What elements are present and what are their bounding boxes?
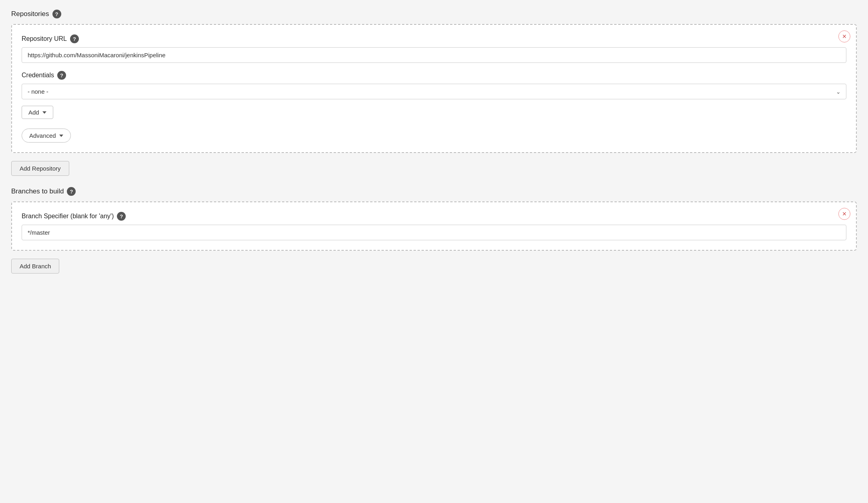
branches-section: Branches to build ? × Branch Specifier (… xyxy=(11,187,857,285)
repositories-section: Repositories ? × Repository URL ? Creden… xyxy=(11,10,857,187)
advanced-button[interactable]: Advanced xyxy=(22,129,71,143)
close-repository-button[interactable]: × xyxy=(838,30,850,42)
branches-label: Branches to build ? xyxy=(11,187,857,196)
credentials-select-wrapper: - none - ⌄ xyxy=(22,84,846,99)
repository-url-help-icon[interactable]: ? xyxy=(70,34,79,43)
branches-title: Branches to build xyxy=(11,187,64,195)
credentials-select[interactable]: - none - xyxy=(22,84,846,99)
add-button-label: Add xyxy=(28,109,39,116)
branch-specifier-input[interactable] xyxy=(22,225,846,240)
add-branch-label: Add Branch xyxy=(20,263,51,270)
repository-url-input[interactable] xyxy=(22,47,846,63)
repositories-title: Repositories xyxy=(11,10,49,18)
close-branch-icon: × xyxy=(842,210,847,217)
close-branch-button[interactable]: × xyxy=(838,208,850,220)
repository-box: × Repository URL ? Credentials ? - none … xyxy=(11,24,857,153)
advanced-button-label: Advanced xyxy=(29,132,56,139)
add-repository-label: Add Repository xyxy=(20,165,61,172)
repositories-help-icon[interactable]: ? xyxy=(52,10,61,18)
add-chevron-icon xyxy=(42,111,46,114)
advanced-chevron-icon xyxy=(59,135,63,137)
repositories-label: Repositories ? xyxy=(11,10,857,18)
branch-specifier-text: Branch Specifier (blank for 'any') xyxy=(22,213,114,220)
branches-help-icon[interactable]: ? xyxy=(67,187,76,196)
credentials-text: Credentials xyxy=(22,72,54,79)
add-branch-button[interactable]: Add Branch xyxy=(11,259,59,274)
branch-specifier-help-icon[interactable]: ? xyxy=(117,212,126,221)
add-credentials-button[interactable]: Add xyxy=(22,106,53,119)
branch-specifier-label: Branch Specifier (blank for 'any') ? xyxy=(22,212,846,221)
add-repository-button[interactable]: Add Repository xyxy=(11,161,69,176)
credentials-help-icon[interactable]: ? xyxy=(57,71,66,80)
close-icon: × xyxy=(842,33,847,40)
repository-url-text: Repository URL xyxy=(22,35,67,42)
repository-url-label: Repository URL ? xyxy=(22,34,846,43)
branch-box: × Branch Specifier (blank for 'any') ? xyxy=(11,201,857,251)
credentials-label: Credentials ? xyxy=(22,71,846,80)
